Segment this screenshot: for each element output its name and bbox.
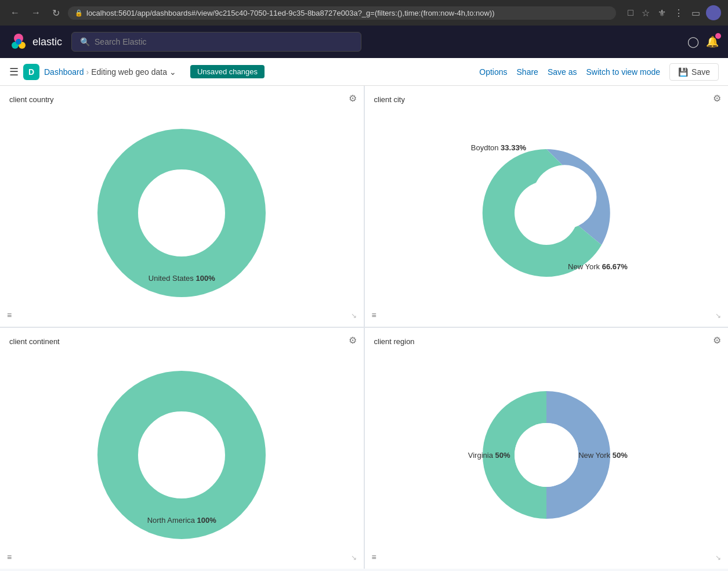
save-as-button[interactable]: Save as xyxy=(548,67,577,77)
notification-badge xyxy=(715,33,721,39)
breadcrumb-current: Editing web geo data xyxy=(91,67,167,77)
elastic-search-bar[interactable]: 🔍 Search Elastic xyxy=(71,32,361,52)
elastic-logo: elastic xyxy=(9,32,62,51)
search-icon: 🔍 xyxy=(80,37,90,46)
breadcrumb-dropdown-button[interactable]: ⌄ xyxy=(169,67,176,77)
browser-actions: □ ☆ ⚜ ⋮ ▭ xyxy=(625,5,721,20)
svg-point-3 xyxy=(16,39,21,45)
panel-region-title: client region xyxy=(374,337,719,346)
panel-client-region: client region ⚙ Virginia 50% Ne xyxy=(365,328,729,569)
panel-city-gear-button[interactable]: ⚙ xyxy=(713,93,721,104)
panel-continent-gear-button[interactable]: ⚙ xyxy=(349,335,357,346)
dashboard-badge: D xyxy=(23,64,39,80)
panel-city-resize-icon: ↘ xyxy=(715,312,721,320)
region-donut: Virginia 50% New York 50% xyxy=(459,368,633,542)
panel-region-resize-icon: ↘ xyxy=(715,554,721,562)
continent-donut: North America 100% xyxy=(95,368,269,542)
svg-point-8 xyxy=(150,423,213,487)
browser-back-button[interactable]: ← xyxy=(7,6,23,19)
browser-extensions-button[interactable]: □ xyxy=(625,5,636,20)
panel-country-chart: United States 100% xyxy=(9,109,354,317)
share-button[interactable]: Share xyxy=(517,67,538,77)
browser-refresh-button[interactable]: ↻ xyxy=(49,6,63,20)
url-text: localhost:5601/app/dashboards#/view/9c21… xyxy=(86,9,495,17)
continent-label-na: North America 100% xyxy=(147,516,216,525)
svg-point-9 xyxy=(515,423,578,487)
switch-mode-button[interactable]: Switch to view mode xyxy=(586,67,660,77)
panel-client-country: client country ⚙ United States 100% ≡ ↘ xyxy=(0,86,364,327)
browser-forward-button[interactable]: → xyxy=(28,6,44,19)
panel-city-legend-icon: ≡ xyxy=(372,310,376,320)
city-label-boydton: Boydton 33.33% xyxy=(471,143,526,152)
country-label-us: United States 100% xyxy=(149,274,215,283)
notifications-button[interactable]: 🔔 xyxy=(706,35,719,48)
panel-continent-chart: North America 100% xyxy=(9,350,354,559)
panel-continent-legend-icon: ≡ xyxy=(7,552,12,562)
panel-city-title: client city xyxy=(374,95,719,104)
browser-window-button[interactable]: ▭ xyxy=(689,5,702,20)
city-donut: Boydton 33.33% New York 66.67% xyxy=(459,126,633,300)
panel-city-chart: Boydton 33.33% New York 66.67% xyxy=(374,109,719,317)
save-icon: 💾 xyxy=(678,67,688,77)
panel-client-continent: client continent ⚙ North America 100% ≡ … xyxy=(0,328,364,569)
panel-region-chart: Virginia 50% New York 50% xyxy=(374,350,719,559)
dashboard-grid: client country ⚙ United States 100% ≡ ↘ … xyxy=(0,86,728,569)
help-button[interactable]: ◯ xyxy=(687,35,699,48)
dashboard-toolbar: ☰ D Dashboard › Editing web geo data ⌄ U… xyxy=(0,58,728,86)
breadcrumb-separator: › xyxy=(86,67,89,77)
hamburger-menu-button[interactable]: ☰ xyxy=(9,66,19,78)
panel-country-legend-icon: ≡ xyxy=(7,310,12,320)
elastic-logo-icon xyxy=(9,32,28,51)
elastic-nav: elastic 🔍 Search Elastic ◯ 🔔 xyxy=(0,26,728,58)
panel-region-gear-button[interactable]: ⚙ xyxy=(713,335,721,346)
city-donut-svg xyxy=(459,126,633,300)
elastic-logo-text: elastic xyxy=(32,36,62,48)
breadcrumb: Dashboard › Editing web geo data ⌄ xyxy=(44,67,176,77)
options-button[interactable]: Options xyxy=(479,67,507,77)
panel-continent-resize-icon: ↘ xyxy=(351,554,357,562)
browser-avatar[interactable] xyxy=(706,5,721,20)
region-label-newyork: New York 50% xyxy=(578,451,628,460)
browser-chrome: ← → ↻ 🔒 localhost:5601/app/dashboards#/v… xyxy=(0,0,728,26)
panel-region-legend-icon: ≡ xyxy=(372,552,376,562)
region-label-virginia: Virginia 50% xyxy=(468,451,510,460)
browser-star-button[interactable]: ☆ xyxy=(639,5,652,20)
unsaved-changes-badge: Unsaved changes xyxy=(190,65,265,78)
browser-url-bar[interactable]: 🔒 localhost:5601/app/dashboards#/view/9c… xyxy=(68,6,616,20)
elastic-nav-actions: ◯ 🔔 xyxy=(687,35,719,48)
breadcrumb-parent[interactable]: Dashboard xyxy=(44,67,84,77)
search-placeholder: Search Elastic xyxy=(95,37,146,46)
panel-country-title: client country xyxy=(9,95,354,104)
panel-country-gear-button[interactable]: ⚙ xyxy=(349,93,357,104)
browser-puzzle-button[interactable]: ⚜ xyxy=(655,5,668,20)
save-button[interactable]: 💾 Save xyxy=(669,63,719,81)
svg-point-6 xyxy=(515,181,578,245)
lock-icon: 🔒 xyxy=(75,9,83,17)
city-label-newyork: New York 66.67% xyxy=(568,262,628,271)
panel-client-city: client city ⚙ xyxy=(365,86,729,327)
svg-point-5 xyxy=(150,181,213,245)
panel-continent-title: client continent xyxy=(9,337,354,346)
toolbar-actions: Options Share Save as Switch to view mod… xyxy=(479,63,719,81)
browser-menu-button[interactable]: ⋮ xyxy=(672,5,686,20)
country-donut: United States 100% xyxy=(95,126,269,300)
panel-country-resize-icon: ↘ xyxy=(351,312,357,320)
